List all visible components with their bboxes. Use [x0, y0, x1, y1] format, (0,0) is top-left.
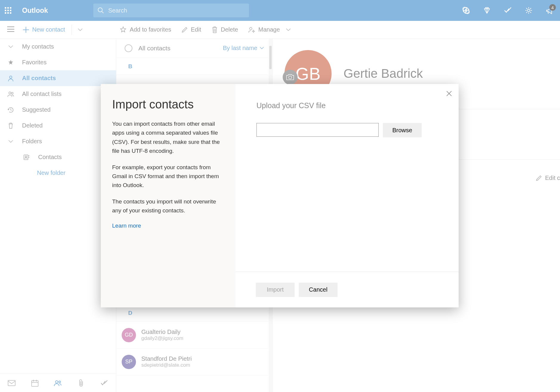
file-path-input[interactable]: [256, 123, 379, 137]
cancel-button[interactable]: Cancel: [299, 283, 338, 297]
import-button[interactable]: Import: [256, 283, 295, 297]
upload-heading: Upload your CSV file: [256, 101, 438, 110]
import-contacts-dialog: Import contacts You can import contacts …: [101, 84, 459, 307]
dialog-text: For example, export your contacts from G…: [112, 163, 224, 190]
browse-button[interactable]: Browse: [383, 123, 422, 137]
dialog-text: You can import contacts from other email…: [112, 119, 224, 156]
close-button[interactable]: [446, 91, 452, 98]
learn-more-link[interactable]: Learn more: [112, 223, 141, 229]
close-icon: [446, 91, 452, 97]
dialog-title: Import contacts: [112, 98, 224, 111]
dialog-text: The contacts you import will not overwri…: [112, 197, 224, 215]
